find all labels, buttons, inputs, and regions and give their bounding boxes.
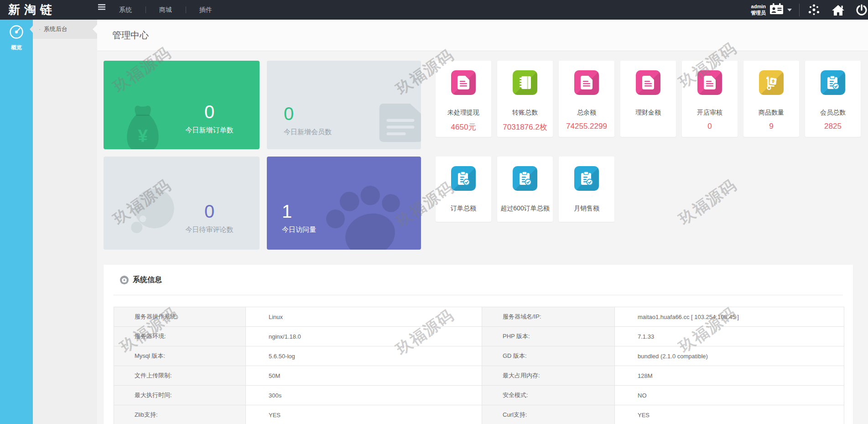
logo: 新淘链: [0, 0, 97, 20]
dashboard: ¥ 0 今日新增订单数: [104, 61, 862, 250]
card-value: 0: [284, 104, 332, 124]
table-row: 服务器操作系统: Linux 服务器域名/IP: maitao1.huafa66…: [114, 307, 844, 327]
gauge-icon: [8, 34, 25, 42]
sub-sidebar: ·系统后台: [33, 20, 97, 424]
card-new-orders-today[interactable]: ¥ 0 今日新增订单数: [104, 61, 260, 149]
tiles-row-2: 订单总额: [436, 157, 862, 222]
tile-transfer-total[interactable]: 转账总数 7031876.2枚: [497, 61, 553, 137]
info-key: Curl支持:: [482, 405, 615, 424]
tile-order-total-over-600[interactable]: 超过600订单总额: [497, 157, 553, 222]
card-value: 1: [282, 201, 316, 222]
comment-bubble-icon: [127, 188, 177, 237]
info-key: 服务器环境:: [114, 327, 246, 346]
svg-text:¥: ¥: [138, 126, 148, 146]
tile-value: 4650元: [436, 122, 491, 132]
user-info: admin 管理员: [751, 4, 766, 16]
info-key: 文件上传限制:: [114, 366, 246, 386]
topbar-right: admin 管理员: [751, 0, 868, 20]
user-name: admin: [751, 4, 766, 10]
tile-label: 开店审核: [682, 109, 738, 117]
info-value: NO: [615, 386, 844, 405]
tile-label: 月销售额: [559, 204, 614, 213]
user-role: 管理员: [751, 10, 766, 16]
sidebar-item-overview[interactable]: 概览: [0, 20, 33, 52]
page-title: 管理中心: [112, 29, 149, 42]
tile-shop-review[interactable]: 开店审核 0: [682, 61, 738, 137]
page-header: 管理中心: [97, 20, 868, 51]
tile-value: 7031876.2枚: [497, 122, 553, 132]
tile-monthly-sales[interactable]: 月销售额: [559, 157, 614, 222]
big-cards: ¥ 0 今日新增订单数: [104, 61, 421, 250]
menu-item-plugin[interactable]: 插件: [186, 0, 226, 20]
tile-label: 超过600订单总额: [497, 204, 553, 213]
table-row: Mysql 版本: 5.6.50-log GD 版本: bundled (2.1…: [114, 346, 844, 366]
tile-label: 理财金额: [620, 109, 676, 117]
app-title: 新淘链: [8, 2, 56, 18]
card-pending-comments-today[interactable]: 0 今日待审评论数: [104, 157, 260, 250]
card-text: 0 今日新增会员数: [284, 104, 332, 136]
id-card-icon: [769, 3, 784, 16]
document-icon: [636, 70, 660, 95]
topbar: 新淘链 系统 商城 插件 admin 管理员: [0, 0, 868, 20]
card-new-members-today[interactable]: 0 今日新增会员数: [267, 61, 421, 149]
document-icon: [574, 70, 599, 95]
info-value: maitao1.huafa66.cc [ 103.254.108.45 ]: [615, 307, 844, 327]
info-key: 服务器域名/IP:: [482, 307, 615, 327]
info-value: 50M: [246, 366, 482, 386]
card-visits-today[interactable]: 1 今日访问量: [267, 157, 421, 250]
submenu-item-system-backend[interactable]: ·系统后台: [33, 20, 97, 39]
info-value: Linux: [246, 307, 482, 327]
info-key: Zlib支持:: [114, 405, 246, 424]
top-menu: 系统 商城 插件: [105, 0, 226, 20]
user-dropdown[interactable]: [769, 3, 792, 16]
tile-value: [620, 122, 676, 131]
info-key: Mysql 版本:: [114, 346, 246, 366]
content: ¥ 0 今日新增订单数: [97, 51, 868, 424]
submenu-item-label: 系统后台: [44, 26, 68, 32]
info-value: nginx/1.18.0: [246, 327, 482, 346]
tile-pending-withdrawal[interactable]: 未处理提现 4650元: [436, 61, 491, 137]
tile-member-total[interactable]: 会员总数 2825: [805, 61, 861, 137]
info-value: 300s: [246, 386, 482, 405]
paw-icon: [311, 165, 419, 250]
layout: 概览 ·系统后台 管理中心 ¥: [0, 20, 868, 424]
notebook-icon: [513, 70, 537, 95]
power-icon[interactable]: [856, 4, 867, 16]
table-row: 服务器环境: nginx/1.18.0 PHP 版本: 7.1.33: [114, 327, 844, 346]
info-key: 最大占用内存:: [482, 366, 615, 386]
trolley-icon: [759, 70, 784, 95]
menu-item-mall[interactable]: 商城: [146, 0, 186, 20]
tile-order-total[interactable]: 订单总额: [436, 157, 491, 222]
panel-divider: [114, 295, 843, 295]
sidebar-item-label: 概览: [0, 44, 33, 52]
info-key: GD 版本:: [482, 346, 615, 366]
clipboard-check-icon: [451, 166, 476, 191]
home-icon[interactable]: [832, 5, 844, 16]
tiles-row-1: 未处理提现 4650元: [436, 61, 862, 137]
info-value: 128M: [615, 366, 844, 386]
card-label: 今日访问量: [282, 225, 316, 234]
icon-sidebar: 概览: [0, 20, 33, 424]
panel-title: 系统信息: [133, 275, 162, 285]
system-info-table: 服务器操作系统: Linux 服务器域名/IP: maitao1.huafa66…: [114, 307, 844, 424]
tile-value: 9: [743, 122, 799, 131]
card-label: 今日新增订单数: [182, 126, 237, 135]
tile-label: 转账总数: [497, 109, 553, 117]
tile-value: 0: [682, 122, 738, 131]
card-text: 1 今日访问量: [282, 201, 316, 234]
info-key: PHP 版本:: [482, 327, 615, 346]
card-label: 今日待审评论数: [182, 225, 237, 234]
circle-nodes-icon[interactable]: [808, 4, 820, 16]
document-icon: [451, 70, 476, 95]
tile-total-balance[interactable]: 总余额 74255.2299: [559, 61, 614, 137]
tile-label: 未处理提现: [436, 109, 491, 117]
menu-item-system[interactable]: 系统: [105, 0, 146, 20]
sidebar-toggle-icon[interactable]: [98, 4, 105, 20]
tile-label: 会员总数: [805, 109, 861, 117]
clipboard-check-icon: [513, 166, 537, 191]
clipboard-check-icon: [574, 166, 599, 191]
tile-wealth-amount[interactable]: 理财金额: [620, 61, 676, 137]
money-bag-icon: ¥: [117, 102, 168, 149]
tile-product-count[interactable]: 商品数量 9: [743, 61, 799, 137]
info-key: 最大执行时间:: [114, 386, 246, 405]
